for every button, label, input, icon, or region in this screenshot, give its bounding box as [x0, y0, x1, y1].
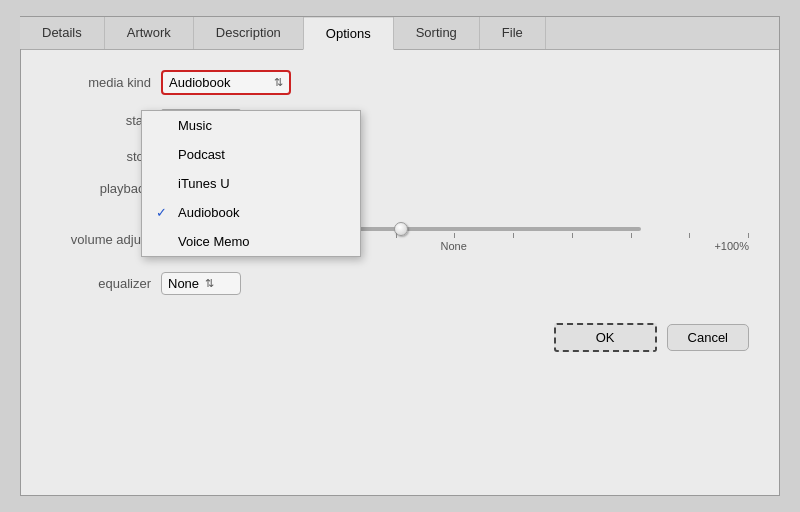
dropdown-item-audiobook[interactable]: Audiobook	[142, 198, 360, 227]
tab-bar: Details Artwork Description Options Sort…	[21, 17, 779, 50]
media-kind-dropdown: Music Podcast iTunes U Audiobook Voice M…	[141, 110, 361, 257]
slider-max-label: +100%	[714, 240, 749, 252]
equalizer-arrows-icon: ⇅	[205, 277, 214, 290]
dialog: Details Artwork Description Options Sort…	[20, 16, 780, 496]
cancel-button[interactable]: Cancel	[667, 324, 749, 351]
equalizer-value: None	[168, 276, 199, 291]
media-kind-arrows-icon: ⇅	[274, 76, 283, 89]
media-kind-row: media kind Audiobook ⇅	[51, 70, 749, 95]
ok-button[interactable]: OK	[554, 323, 657, 352]
tab-sorting[interactable]: Sorting	[393, 17, 480, 49]
dropdown-item-itunes-u[interactable]: iTunes U	[142, 169, 360, 198]
tick-4	[396, 233, 397, 238]
tick-10	[748, 233, 749, 238]
tab-description[interactable]: Description	[193, 17, 304, 49]
tick-8	[631, 233, 632, 238]
tab-details[interactable]: Details	[20, 17, 105, 49]
equalizer-select[interactable]: None ⇅	[161, 272, 241, 295]
dropdown-item-voice-memo[interactable]: Voice Memo	[142, 227, 360, 256]
equalizer-label: equalizer	[51, 276, 161, 291]
options-content: media kind Audiobook ⇅ Music Podcast iTu…	[21, 50, 779, 372]
dropdown-item-music[interactable]: Music	[142, 111, 360, 140]
tick-7	[572, 233, 573, 238]
slider-none-label: None	[440, 240, 466, 252]
tick-6	[513, 233, 514, 238]
tab-options[interactable]: Options	[303, 18, 394, 50]
tab-artwork[interactable]: Artwork	[104, 17, 194, 49]
media-kind-label: media kind	[51, 75, 161, 90]
dropdown-item-podcast[interactable]: Podcast	[142, 140, 360, 169]
media-kind-value: Audiobook	[169, 75, 268, 90]
tick-9	[689, 233, 690, 238]
equalizer-row: equalizer None ⇅	[51, 272, 749, 295]
buttons-row: OK Cancel	[51, 323, 749, 352]
tab-file[interactable]: File	[479, 17, 546, 49]
tick-5	[454, 233, 455, 238]
media-kind-select[interactable]: Audiobook ⇅	[161, 70, 291, 95]
